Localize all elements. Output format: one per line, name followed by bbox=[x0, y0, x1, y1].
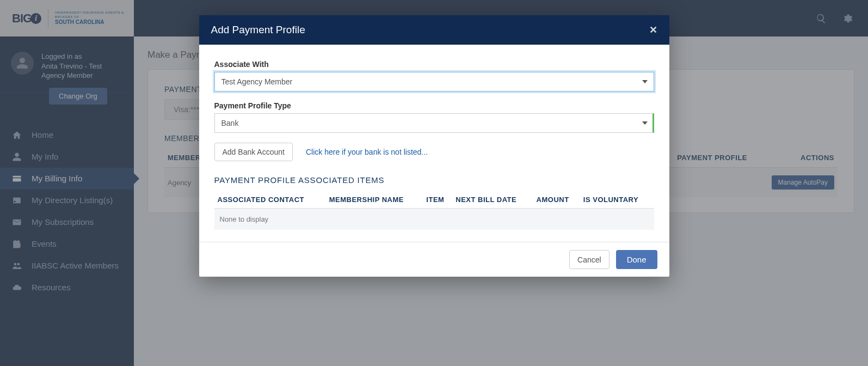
bank-not-listed-link[interactable]: Click here if your bank is not listed... bbox=[306, 148, 428, 156]
col-associated-contact: ASSOCIATED CONTACT bbox=[214, 191, 326, 209]
profile-type-select[interactable]: Bank bbox=[214, 113, 654, 133]
close-icon[interactable]: ✕ bbox=[649, 24, 657, 36]
col-membership-name: MEMBERSHIP NAME bbox=[326, 191, 423, 209]
col-is-voluntary: IS VOLUNTARY bbox=[580, 191, 654, 209]
col-amount: AMOUNT bbox=[533, 191, 580, 209]
profile-type-label: Payment Profile Type bbox=[214, 101, 654, 110]
associated-items-title: PAYMENT PROFILE ASSOCIATED ITEMS bbox=[214, 175, 654, 185]
modal-overlay[interactable]: Add Payment Profile ✕ Associate With Tes… bbox=[0, 0, 868, 366]
add-payment-profile-modal: Add Payment Profile ✕ Associate With Tes… bbox=[199, 15, 669, 277]
col-next-bill-date: NEXT BILL DATE bbox=[452, 191, 533, 209]
none-to-display: None to display bbox=[214, 209, 654, 230]
modal-title: Add Payment Profile bbox=[211, 24, 305, 36]
col-item: ITEM bbox=[423, 191, 452, 209]
modal-body: Associate With Test Agency Member Paymen… bbox=[199, 45, 669, 242]
cancel-button[interactable]: Cancel bbox=[569, 250, 610, 269]
associate-with-label: Associate With bbox=[214, 60, 654, 69]
add-bank-account-button[interactable]: Add Bank Account bbox=[214, 143, 293, 161]
empty-row: None to display bbox=[214, 209, 654, 230]
associated-items-table: ASSOCIATED CONTACT MEMBERSHIP NAME ITEM … bbox=[214, 191, 654, 230]
modal-header: Add Payment Profile ✕ bbox=[199, 15, 669, 45]
modal-footer: Cancel Done bbox=[199, 242, 669, 277]
associate-with-select[interactable]: Test Agency Member bbox=[214, 72, 654, 91]
done-button[interactable]: Done bbox=[616, 250, 657, 269]
